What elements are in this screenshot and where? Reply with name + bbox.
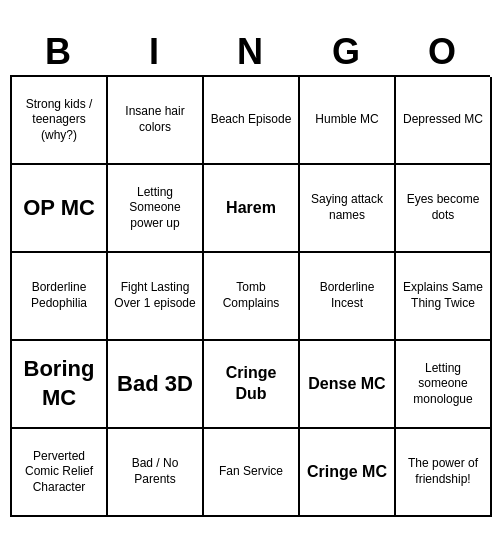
- bingo-cell-22: Fan Service: [204, 429, 300, 517]
- bingo-cell-8: Saying attack names: [300, 165, 396, 253]
- bingo-cell-5: OP MC: [12, 165, 108, 253]
- bingo-card: BINGO Strong kids / teenagers (why?)Insa…: [10, 27, 490, 517]
- bingo-letter-i: I: [110, 31, 198, 73]
- bingo-letter-b: B: [14, 31, 102, 73]
- bingo-cell-6: Letting Someone power up: [108, 165, 204, 253]
- bingo-cell-24: The power of friendship!: [396, 429, 492, 517]
- bingo-cell-9: Eyes become dots: [396, 165, 492, 253]
- bingo-cell-13: Borderline Incest: [300, 253, 396, 341]
- bingo-cell-0: Strong kids / teenagers (why?): [12, 77, 108, 165]
- bingo-cell-15: Boring MC: [12, 341, 108, 429]
- bingo-cell-12: Tomb Complains: [204, 253, 300, 341]
- bingo-letter-n: N: [206, 31, 294, 73]
- bingo-cell-20: Perverted Comic Relief Character: [12, 429, 108, 517]
- bingo-grid: Strong kids / teenagers (why?)Insane hai…: [10, 75, 490, 517]
- bingo-cell-4: Depressed MC: [396, 77, 492, 165]
- bingo-cell-17: Cringe Dub: [204, 341, 300, 429]
- bingo-letter-g: G: [302, 31, 390, 73]
- bingo-cell-3: Humble MC: [300, 77, 396, 165]
- bingo-cell-23: Cringe MC: [300, 429, 396, 517]
- bingo-cell-19: Letting someone monologue: [396, 341, 492, 429]
- bingo-cell-18: Dense MC: [300, 341, 396, 429]
- bingo-cell-10: Borderline Pedophilia: [12, 253, 108, 341]
- bingo-title: BINGO: [10, 27, 490, 75]
- bingo-cell-11: Fight Lasting Over 1 episode: [108, 253, 204, 341]
- bingo-cell-1: Insane hair colors: [108, 77, 204, 165]
- bingo-cell-14: Explains Same Thing Twice: [396, 253, 492, 341]
- bingo-letter-o: O: [398, 31, 486, 73]
- bingo-cell-7: Harem: [204, 165, 300, 253]
- bingo-cell-16: Bad 3D: [108, 341, 204, 429]
- bingo-cell-21: Bad / No Parents: [108, 429, 204, 517]
- bingo-cell-2: Beach Episode: [204, 77, 300, 165]
